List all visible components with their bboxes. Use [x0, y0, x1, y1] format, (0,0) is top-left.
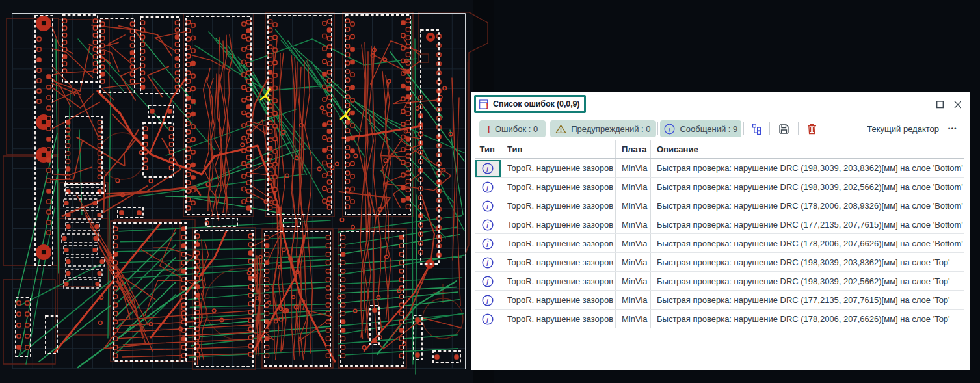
svg-text:i: i [486, 183, 489, 192]
svg-text:i: i [486, 296, 489, 306]
svg-text:i: i [669, 125, 670, 133]
svg-text:i: i [486, 277, 489, 287]
svg-text:!: ! [486, 101, 488, 110]
svg-text:i: i [486, 239, 489, 249]
svg-text:i: i [486, 220, 489, 230]
svg-text:i: i [486, 258, 489, 268]
svg-text:i: i [486, 202, 489, 211]
svg-text:i: i [486, 164, 489, 174]
svg-text:i: i [486, 315, 489, 324]
